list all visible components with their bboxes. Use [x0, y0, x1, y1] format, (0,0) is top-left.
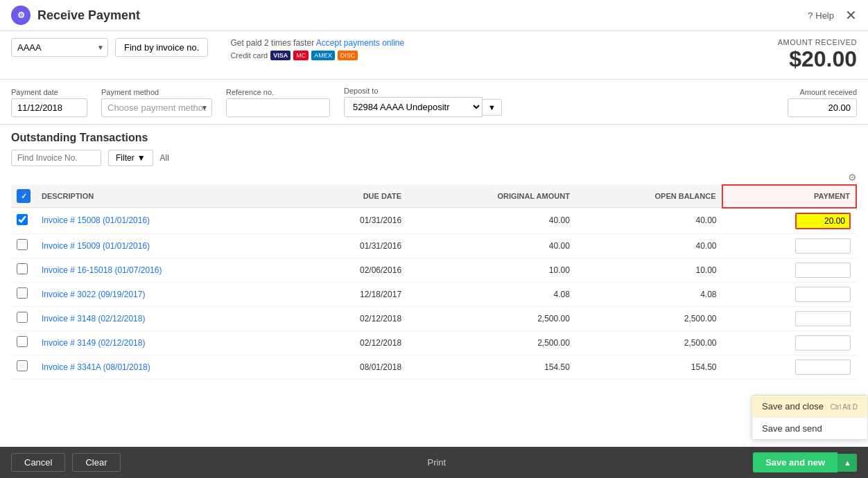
cancel-button[interactable]: Cancel — [11, 453, 65, 472]
reference-no-input[interactable] — [226, 98, 330, 117]
visa-icon: VISA — [270, 51, 290, 60]
payment-input[interactable] — [795, 287, 851, 302]
deposit-to-label: Deposit to — [344, 87, 502, 95]
reference-no-label: Reference no. — [226, 88, 330, 96]
discover-icon: DISC — [338, 51, 358, 60]
amount-received-input-group: Amount received — [788, 88, 857, 117]
promo-text: Get paid 2 times faster Accept payments … — [230, 38, 404, 48]
payment-input[interactable] — [795, 335, 851, 351]
table-row: Invoice # 16-15018 (01/07/2016)02/06/201… — [11, 258, 856, 282]
payment-method-label: Payment method — [101, 88, 212, 96]
row-original-amount: 2,500.00 — [407, 306, 575, 330]
deposit-to-wrap: 52984 AAAA Undepositr ▼ — [344, 97, 502, 117]
deposit-to-select[interactable]: 52984 AAAA Undepositr — [344, 97, 483, 117]
amount-received-label: AMOUNT RECEIVED — [778, 38, 857, 46]
find-by-invoice-button[interactable]: Find by invoice no. — [115, 38, 208, 57]
print-button[interactable]: Print — [427, 457, 446, 468]
invoice-link[interactable]: Invoice # 15009 (01/01/2016) — [42, 241, 150, 251]
save-and-close-label: Save and close — [762, 401, 824, 411]
payment-date-input[interactable] — [11, 98, 87, 117]
transactions-title: Outstanding Transactions — [11, 132, 857, 144]
row-checkbox[interactable] — [17, 336, 28, 347]
app-logo: ⚙ — [11, 6, 31, 25]
promotions-area: Get paid 2 times faster Accept payments … — [230, 38, 404, 60]
all-label: All — [160, 153, 169, 163]
row-checkbox[interactable] — [17, 214, 28, 225]
select-all-checkbox[interactable]: ✓ — [17, 189, 31, 203]
accept-payments-link[interactable]: Accept payments online — [316, 38, 404, 48]
transactions-header: Outstanding Transactions Filter ▼ All — [0, 132, 868, 172]
help-button[interactable]: ? Help — [808, 10, 834, 21]
row-checkbox-cell — [11, 282, 36, 306]
customer-select[interactable]: AAAA — [11, 38, 108, 57]
save-and-send-option[interactable]: Save and send — [752, 418, 867, 439]
clear-button[interactable]: Clear — [72, 453, 120, 472]
payment-date-label: Payment date — [11, 88, 87, 96]
transactions-section: Outstanding Transactions Filter ▼ All ⚙ … — [0, 125, 868, 447]
invoice-link[interactable]: Invoice # 3022 (09/19/2017) — [42, 290, 145, 299]
invoice-link[interactable]: Invoice # 3148 (02/12/2018) — [42, 314, 145, 324]
save-new-dropdown-button[interactable]: ▲ — [837, 454, 857, 472]
save-dropdown-overlay: Save and close Ctrl Alt D Save and send — [752, 395, 868, 440]
invoice-link[interactable]: Invoice # 3341A (08/01/2018) — [42, 362, 150, 372]
customer-section: AAAA ▼ Find by invoice no. Get paid 2 ti… — [0, 31, 868, 80]
open-balance-col-header: OPEN BALANCE — [575, 185, 722, 208]
payment-input[interactable] — [795, 360, 851, 375]
amex-icon: AMEX — [311, 51, 335, 60]
table-row: Invoice # 3341A (08/01/2018)08/01/201815… — [11, 355, 856, 379]
find-invoice-input[interactable] — [11, 150, 101, 166]
footer: Cancel Clear Print Save and new ▲ — [0, 447, 868, 478]
invoice-link[interactable]: Invoice # 3149 (02/12/2018) — [42, 338, 145, 348]
save-and-close-option[interactable]: Save and close Ctrl Alt D — [752, 396, 867, 418]
row-payment-cell — [722, 330, 857, 355]
transactions-filter-row: Filter ▼ All — [11, 150, 857, 166]
payment-method-select[interactable]: Choose payment method — [101, 98, 212, 117]
credit-cards-row: Credit card VISA MC AMEX DISC — [230, 51, 404, 60]
payment-input[interactable] — [795, 263, 851, 278]
row-checkbox-cell — [11, 233, 36, 258]
due-date-col-header: DUE DATE — [301, 185, 407, 208]
save-new-wrap: Save and new ▲ — [753, 452, 857, 472]
invoice-link[interactable]: Invoice # 16-15018 (01/07/2016) — [42, 265, 162, 275]
row-checkbox[interactable] — [17, 239, 28, 250]
row-open-balance: 40.00 — [575, 208, 722, 234]
payment-date-group: Payment date — [11, 88, 87, 117]
row-checkbox-cell — [11, 208, 36, 234]
row-checkbox[interactable] — [17, 263, 28, 274]
payment-input[interactable] — [795, 213, 851, 229]
filter-button[interactable]: Filter ▼ — [108, 150, 153, 166]
invoice-link[interactable]: Invoice # 15008 (01/01/2016) — [42, 215, 150, 225]
row-description: Invoice # 15008 (01/01/2016) — [36, 208, 301, 234]
transactions-table-wrap: ⚙ ✓ DESCRIPTION DUE DATE ORIGINAL AMOUNT… — [0, 172, 868, 447]
row-checkbox[interactable] — [17, 360, 28, 371]
close-button[interactable]: ✕ — [845, 7, 857, 24]
customer-select-wrap: AAAA ▼ — [11, 38, 108, 57]
row-checkbox[interactable] — [17, 287, 28, 299]
row-description: Invoice # 16-15018 (01/07/2016) — [36, 258, 301, 282]
payment-method-wrap: Choose payment method ▼ — [101, 98, 212, 117]
deposit-to-group: Deposit to 52984 AAAA Undepositr ▼ — [344, 87, 502, 117]
row-checkbox[interactable] — [17, 312, 28, 323]
row-description: Invoice # 3148 (02/12/2018) — [36, 306, 301, 330]
help-circle-icon: ? — [808, 10, 813, 21]
save-and-send-label: Save and send — [762, 423, 822, 434]
row-open-balance: 154.50 — [575, 355, 722, 379]
payment-method-group: Payment method Choose payment method ▼ — [101, 88, 212, 117]
credit-card-label: Credit card — [230, 51, 268, 60]
row-payment-cell — [722, 233, 857, 258]
row-open-balance: 2,500.00 — [575, 306, 722, 330]
payment-input[interactable] — [795, 311, 851, 326]
row-due-date: 08/01/2018 — [301, 355, 407, 379]
table-row: Invoice # 15009 (01/01/2016)01/31/201640… — [11, 233, 856, 258]
payment-input[interactable] — [795, 238, 851, 254]
row-description: Invoice # 3149 (02/12/2018) — [36, 330, 301, 355]
save-and-new-button[interactable]: Save and new — [753, 452, 837, 472]
settings-gear-icon[interactable]: ⚙ — [848, 172, 857, 183]
deposit-to-arrow-button[interactable]: ▼ — [483, 99, 502, 116]
row-due-date: 02/12/2018 — [301, 306, 407, 330]
payment-col-header: PAYMENT — [722, 185, 857, 208]
amount-received-input[interactable] — [788, 98, 857, 117]
save-and-close-shortcut: Ctrl Alt D — [831, 403, 858, 411]
table-row: Invoice # 3022 (09/19/2017)12/18/20174.0… — [11, 282, 856, 306]
row-description: Invoice # 3341A (08/01/2018) — [36, 355, 301, 379]
